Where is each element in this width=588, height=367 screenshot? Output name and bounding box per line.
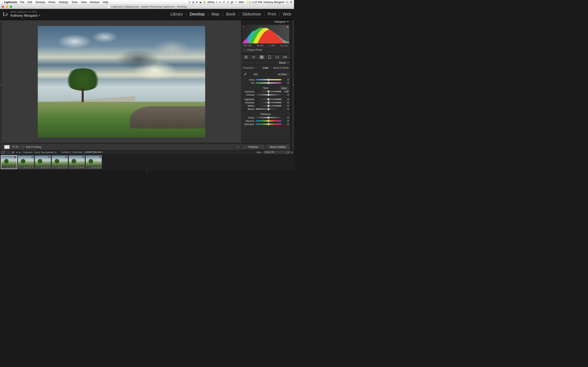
clarity-slider[interactable] xyxy=(256,117,281,118)
reset-button[interactable]: Reset (Adobe) xyxy=(266,145,290,150)
white-balance-picker-icon[interactable] xyxy=(242,72,247,77)
airplay-icon[interactable]: ▢ xyxy=(227,1,229,4)
soft-proofing-checkbox[interactable] xyxy=(22,146,24,148)
identity-dropdown-icon[interactable] xyxy=(39,15,40,16)
temp-slider[interactable] xyxy=(256,79,281,80)
menu-help[interactable]: Help xyxy=(103,1,108,4)
exposure-slider[interactable] xyxy=(256,91,281,92)
radial-filter-tool-icon[interactable] xyxy=(275,55,280,59)
temp-value[interactable]: 0 xyxy=(283,78,289,81)
wb-dropdown[interactable]: As Shot ☰ xyxy=(278,73,289,76)
nav-forward-icon[interactable]: ▶ xyxy=(19,151,21,154)
primary-display-button[interactable]: 1 xyxy=(1,151,5,154)
filename-dropdown-icon[interactable]: ▾ xyxy=(102,151,103,153)
menu-view[interactable]: View xyxy=(81,1,87,4)
caffeine-icon[interactable]: ☕ xyxy=(222,1,226,4)
identity-user[interactable]: Anthony Morganti xyxy=(10,13,38,18)
treatment-bw[interactable]: Black & White xyxy=(273,67,289,69)
utility-icon[interactable]: ✦ xyxy=(196,1,198,4)
adjustment-brush-tool-icon[interactable] xyxy=(283,55,288,59)
clock[interactable]: 1:27 PM xyxy=(252,1,262,4)
saturation-value[interactable]: 0 xyxy=(283,123,289,125)
blacks-value[interactable]: 0 xyxy=(283,108,289,110)
dropbox-icon[interactable]: ☺ xyxy=(188,1,191,4)
menu-tools[interactable]: Tools xyxy=(71,1,78,4)
histogram-title[interactable]: Histogram xyxy=(275,20,286,23)
laptop-battery-icon[interactable]: 🔋 xyxy=(203,1,206,4)
status-dot-icon[interactable]: ● xyxy=(216,1,217,4)
crop-tool-icon[interactable] xyxy=(243,55,249,59)
module-map[interactable]: Map xyxy=(212,12,219,17)
menu-develop[interactable]: Develop xyxy=(35,1,45,4)
minimize-window-button[interactable] xyxy=(6,6,8,8)
user-menu[interactable]: Anthony Morganti xyxy=(263,1,284,4)
tint-value[interactable]: 0 xyxy=(283,82,289,84)
wifi-icon[interactable]: ᯤ xyxy=(235,1,238,4)
whites-slider[interactable] xyxy=(256,105,281,106)
filter-dropdown[interactable]: Filters Off☰ xyxy=(264,151,290,154)
filmstrip-thumb[interactable] xyxy=(52,155,68,169)
saturation-slider[interactable] xyxy=(256,124,281,125)
loupe-view-button[interactable] xyxy=(4,145,10,149)
treatment-color[interactable]: Color xyxy=(263,67,269,69)
image-canvas[interactable] xyxy=(2,21,241,142)
filmstrip-thumb[interactable] xyxy=(86,155,102,169)
basic-collapse-icon[interactable]: ▾ xyxy=(287,61,289,64)
menu-photo[interactable]: Photo xyxy=(48,1,55,4)
module-develop[interactable]: Develop xyxy=(190,12,205,17)
toolbar-menu-icon[interactable]: ▼ xyxy=(237,146,239,148)
filmstrip-thumb[interactable] xyxy=(18,155,34,169)
nav-back-icon[interactable]: ◀ xyxy=(16,151,17,154)
module-slideshow[interactable]: Slideshow xyxy=(242,12,261,17)
cloud-icon[interactable]: ☁ xyxy=(199,1,202,4)
filmstrip-thumb[interactable] xyxy=(35,155,51,169)
spotlight-icon[interactable]: 🔍 xyxy=(285,1,289,4)
current-filename[interactable]: _LAN4573x5-4.tif xyxy=(84,151,101,153)
vibrance-slider[interactable] xyxy=(256,120,281,122)
contrast-value[interactable]: 0 xyxy=(283,94,289,96)
zoom-window-button[interactable] xyxy=(10,6,12,8)
volume-icon[interactable]: 🔊 xyxy=(231,1,234,4)
battery-charging-icon[interactable]: ⚡▭ xyxy=(245,1,251,4)
creative-cloud-icon[interactable]: ◎ xyxy=(192,1,194,4)
displays-icon[interactable]: ▭ xyxy=(219,1,221,4)
module-print[interactable]: Print xyxy=(268,12,276,17)
right-panel-toggle[interactable] xyxy=(292,20,294,150)
highlights-value[interactable]: 0 xyxy=(283,98,289,100)
auto-tone-button[interactable]: Auto xyxy=(280,86,288,90)
blacks-slider[interactable] xyxy=(256,108,281,110)
filmstrip-collapse-icon[interactable]: ▼ xyxy=(0,170,294,172)
vibrance-value[interactable]: 0 xyxy=(283,120,289,122)
histogram-display[interactable]: ▲ ▲ xyxy=(242,25,290,43)
left-panel-toggle[interactable] xyxy=(0,20,2,150)
secondary-display-button[interactable]: 2 xyxy=(7,151,10,154)
right-panel-scrollbar[interactable] xyxy=(290,20,292,150)
filter-lock-icon[interactable]: ▮ xyxy=(292,151,293,154)
shadows-slider[interactable] xyxy=(256,102,281,103)
shadows-value[interactable]: 0 xyxy=(283,101,289,104)
module-library[interactable]: Library xyxy=(171,12,183,17)
close-window-button[interactable] xyxy=(2,6,4,8)
grid-view-icon[interactable]: ▦ xyxy=(12,151,14,154)
basic-panel-title[interactable]: Basic xyxy=(279,61,286,64)
notification-center-icon[interactable]: ☰ xyxy=(290,1,292,4)
module-book[interactable]: Book xyxy=(226,12,236,17)
exposure-value[interactable]: 0.00 xyxy=(283,90,289,93)
clarity-value[interactable]: 0 xyxy=(283,117,289,119)
original-photo-checkbox[interactable] xyxy=(243,49,246,51)
contrast-slider[interactable] xyxy=(256,94,281,95)
tint-slider[interactable] xyxy=(256,82,281,83)
menu-edit[interactable]: Edit xyxy=(27,1,32,4)
app-menu[interactable]: Lightroom xyxy=(4,1,17,4)
source-label[interactable]: Collection : Quick Tips Episode 31 xyxy=(23,151,57,154)
filmstrip-thumb[interactable] xyxy=(69,155,85,169)
module-web[interactable]: Web xyxy=(283,12,291,17)
histogram-collapse-icon[interactable] xyxy=(287,21,289,22)
whites-value[interactable]: 0 xyxy=(283,105,289,107)
filmstrip-thumb[interactable] xyxy=(1,155,17,169)
before-after-buttons[interactable]: YY ▾ xyxy=(11,145,19,149)
filmstrip[interactable] xyxy=(0,154,294,170)
spot-removal-tool-icon[interactable] xyxy=(251,55,256,59)
graduated-filter-tool-icon[interactable] xyxy=(267,55,272,59)
menu-settings[interactable]: Settings xyxy=(59,1,68,4)
